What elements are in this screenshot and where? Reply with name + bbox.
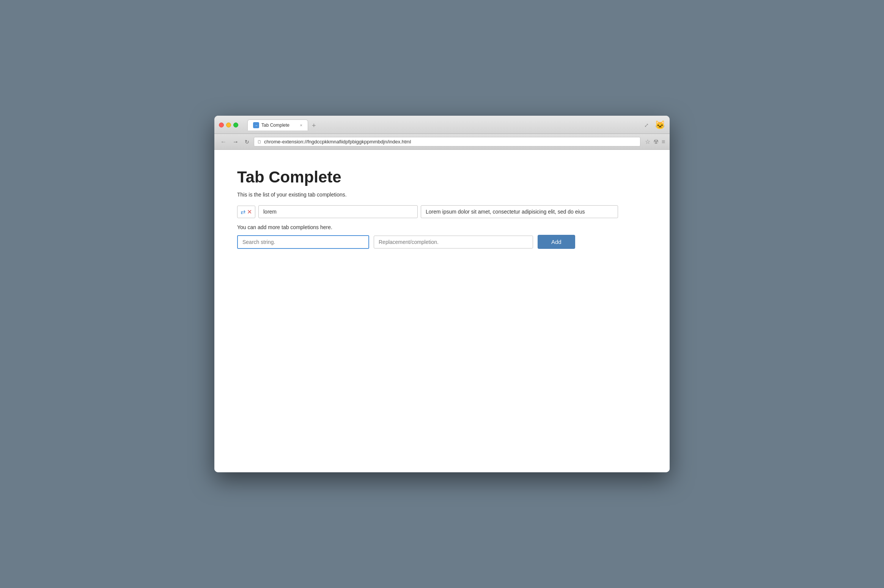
completion-icons: ⇄ ✕ [237, 206, 255, 218]
active-tab[interactable]: → Tab Complete × [247, 119, 308, 130]
tab-bar: → Tab Complete × + [247, 119, 641, 130]
existing-replacement-input[interactable] [421, 205, 618, 218]
tab-favicon: → [253, 122, 259, 128]
tab-title: Tab Complete [261, 123, 289, 128]
add-button[interactable]: Add [538, 235, 575, 249]
forward-button[interactable]: → [231, 138, 240, 146]
add-section-label: You can add more tab completions here. [237, 224, 647, 230]
radiation-icon[interactable]: ☢ [653, 138, 659, 145]
window-controls [219, 123, 238, 127]
reload-button[interactable]: ↻ [243, 138, 251, 146]
close-button[interactable] [219, 123, 224, 127]
fullscreen-icon[interactable]: ⤢ [644, 122, 649, 128]
title-bar: → Tab Complete × + ⤢ 🐱 [214, 116, 670, 134]
browser-window: → Tab Complete × + ⤢ 🐱 ← → ↻ 🗋 ☆ ☢ ≡ Tab… [214, 116, 670, 472]
arrow-left-icon: ✕ [247, 208, 252, 215]
new-search-input[interactable] [237, 235, 369, 249]
existing-search-input[interactable] [258, 205, 418, 218]
maximize-button[interactable] [233, 123, 238, 127]
address-input[interactable] [264, 139, 637, 145]
new-tab-button[interactable]: + [309, 121, 319, 130]
add-row: Add [237, 235, 647, 249]
menu-icon[interactable]: ≡ [662, 138, 665, 145]
minimize-button[interactable] [226, 123, 231, 127]
page-subtitle: This is the list of your existing tab co… [237, 192, 647, 198]
page-title: Tab Complete [237, 168, 647, 186]
back-button[interactable]: ← [219, 138, 228, 146]
cat-extension-icon: 🐱 [655, 120, 665, 130]
browser-controls: ← → ↻ 🗋 ☆ ☢ ≡ [214, 134, 670, 150]
tab-close-button[interactable]: × [300, 123, 302, 127]
completion-row: ⇄ ✕ [237, 205, 647, 218]
page-content: Tab Complete This is the list of your ex… [214, 150, 670, 472]
arrow-right-icon: ⇄ [241, 208, 245, 215]
address-bar[interactable]: 🗋 [254, 137, 640, 146]
browser-actions: ☆ ☢ ≡ [645, 138, 665, 145]
page-icon: 🗋 [257, 139, 262, 145]
new-replacement-input[interactable] [374, 236, 533, 248]
add-section: You can add more tab completions here. A… [237, 224, 647, 249]
star-icon[interactable]: ☆ [645, 138, 650, 145]
